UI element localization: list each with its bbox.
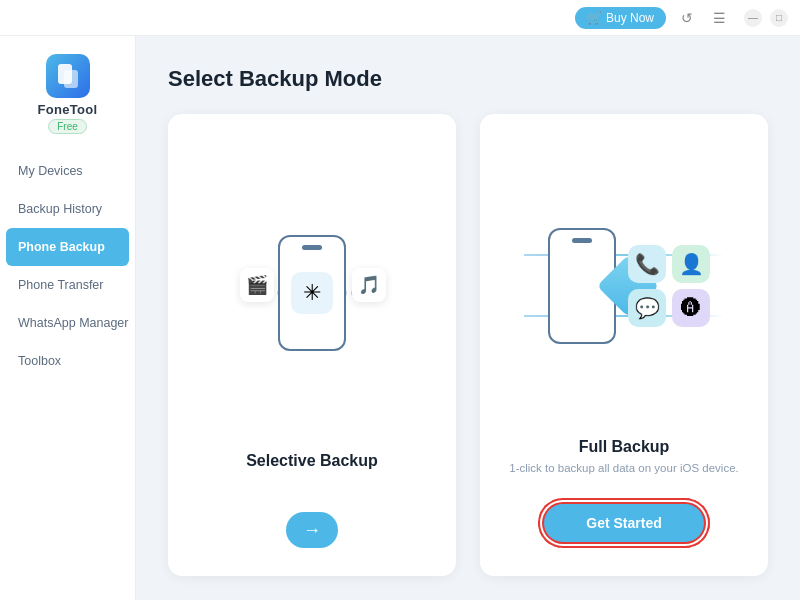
get-started-button[interactable]: Get Started bbox=[544, 504, 704, 542]
fan-icon: ✳ bbox=[291, 272, 333, 314]
window-controls: — □ bbox=[744, 9, 788, 27]
title-bar: 🛒 Buy Now ↺ ☰ — □ bbox=[0, 0, 800, 36]
app-tile-contacts: 👤 bbox=[672, 245, 710, 283]
sidebar-item-phone-transfer[interactable]: Phone Transfer bbox=[0, 266, 135, 304]
selective-backup-title: Selective Backup bbox=[246, 452, 378, 470]
app-tile-messages: 💬 bbox=[628, 289, 666, 327]
selective-backup-illustration: 🎬 🎵 ✳ bbox=[192, 142, 432, 444]
sidebar-item-backup-history[interactable]: Backup History bbox=[0, 190, 135, 228]
app-name: FoneTool bbox=[38, 102, 98, 117]
phone-notch bbox=[302, 245, 322, 250]
app-logo-icon bbox=[46, 54, 90, 98]
selective-backup-button[interactable]: → bbox=[286, 512, 338, 548]
app-badge: Free bbox=[48, 119, 87, 134]
full-phone-notch bbox=[572, 238, 592, 243]
cards-row: 🎬 🎵 ✳ bbox=[168, 114, 768, 576]
svg-rect-1 bbox=[64, 70, 78, 88]
logo-area: FoneTool Free bbox=[38, 54, 98, 134]
sidebar-item-phone-backup[interactable]: Phone Backup bbox=[6, 228, 129, 266]
sidebar-item-whatsapp-manager[interactable]: WhatsApp Manager bbox=[0, 304, 135, 342]
music-icon: 🎵 bbox=[352, 268, 386, 302]
camera-icon: 🎬 bbox=[240, 268, 274, 302]
sidebar-item-my-devices[interactable]: My Devices bbox=[0, 152, 135, 190]
buy-now-button[interactable]: 🛒 Buy Now bbox=[575, 7, 666, 29]
app-tile-phone: 📞 bbox=[628, 245, 666, 283]
menu-icon[interactable]: ☰ bbox=[708, 7, 730, 29]
sidebar-item-toolbox[interactable]: Toolbox bbox=[0, 342, 135, 380]
full-backup-illustration: 📞 👤 💬 🅐 bbox=[504, 142, 744, 430]
app-body: FoneTool Free My Devices Backup History … bbox=[0, 36, 800, 600]
full-backup-desc: 1-click to backup all data on your iOS d… bbox=[509, 462, 738, 480]
full-backup-title: Full Backup bbox=[579, 438, 670, 456]
minimize-button[interactable]: — bbox=[744, 9, 762, 27]
app-grid: 📞 👤 💬 🅐 bbox=[628, 245, 710, 327]
cart-icon: 🛒 bbox=[587, 11, 602, 25]
maximize-button[interactable]: □ bbox=[770, 9, 788, 27]
app-tile-appstore: 🅐 bbox=[672, 289, 710, 327]
main-content: Select Backup Mode 🎬 🎵 bbox=[136, 36, 800, 600]
buy-now-label: Buy Now bbox=[606, 11, 654, 25]
refresh-icon[interactable]: ↺ bbox=[676, 7, 698, 29]
selective-backup-card: 🎬 🎵 ✳ bbox=[168, 114, 456, 576]
get-started-button-wrapper: Get Started bbox=[538, 498, 710, 548]
phone-outline: ✳ bbox=[278, 235, 346, 351]
sidebar: FoneTool Free My Devices Backup History … bbox=[0, 36, 136, 600]
full-backup-card: 📞 👤 💬 🅐 Full Backup 1-click to backup al… bbox=[480, 114, 768, 576]
page-title: Select Backup Mode bbox=[168, 66, 768, 92]
